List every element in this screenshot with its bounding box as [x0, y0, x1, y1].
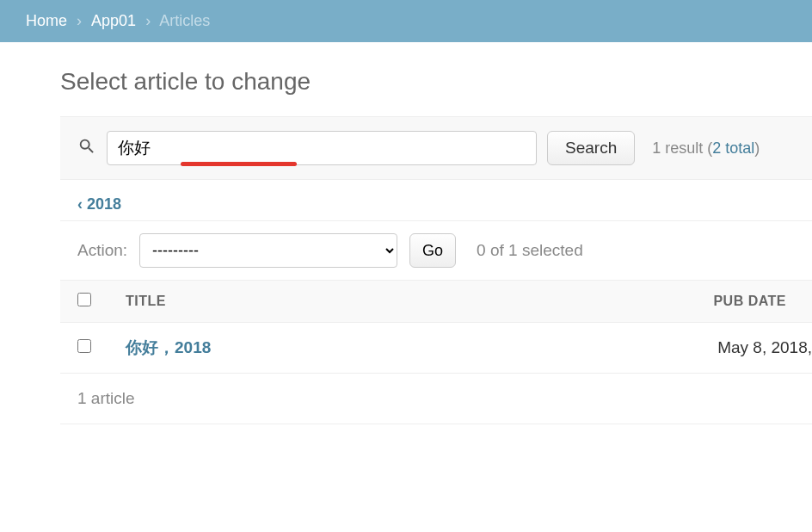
breadcrumb-sep: ›: [145, 12, 151, 29]
annotation-underline: [181, 162, 297, 166]
action-label: Action:: [77, 241, 127, 260]
selection-count: 0 of 1 selected: [477, 241, 583, 260]
row-date-cell: May 8, 2018,: [466, 323, 812, 374]
action-select[interactable]: ---------: [139, 233, 397, 268]
article-link[interactable]: 你好，2018: [126, 338, 211, 356]
go-button[interactable]: Go: [409, 233, 456, 268]
table-row: 你好，2018 May 8, 2018,: [60, 323, 812, 374]
select-all-header: [60, 281, 108, 323]
search-input[interactable]: [107, 131, 537, 165]
pubdate-header[interactable]: PUB DATE: [466, 281, 812, 323]
result-footer: 1 article: [60, 374, 812, 424]
page-title: Select article to change: [60, 68, 812, 96]
results-table: TITLE PUB DATE 你好，2018 May 8, 2018,: [60, 281, 812, 374]
breadcrumb-home[interactable]: Home: [26, 12, 67, 29]
breadcrumb: Home › App01 › Articles: [0, 0, 812, 42]
breadcrumb-sep: ›: [77, 12, 82, 29]
date-filter-row: ‹ 2018: [60, 180, 812, 221]
title-header[interactable]: TITLE: [108, 281, 466, 323]
row-checkbox[interactable]: [77, 339, 91, 353]
year-filter-link[interactable]: ‹ 2018: [77, 195, 121, 213]
search-result-count: 1 result (2 total): [652, 139, 760, 158]
breadcrumb-current: Articles: [159, 12, 210, 29]
row-title-cell: 你好，2018: [108, 323, 466, 374]
result-suffix: ): [754, 139, 760, 157]
row-check-cell: [60, 323, 108, 374]
search-icon: [77, 137, 96, 159]
select-all-checkbox[interactable]: [77, 293, 91, 306]
action-row: Action: --------- Go 0 of 1 selected: [60, 221, 812, 281]
total-link[interactable]: 2 total: [712, 139, 754, 157]
search-bar: Search 1 result (2 total): [60, 116, 812, 180]
breadcrumb-app[interactable]: App01: [91, 12, 136, 29]
result-prefix: 1 result (: [652, 139, 712, 157]
search-button[interactable]: Search: [547, 131, 635, 165]
